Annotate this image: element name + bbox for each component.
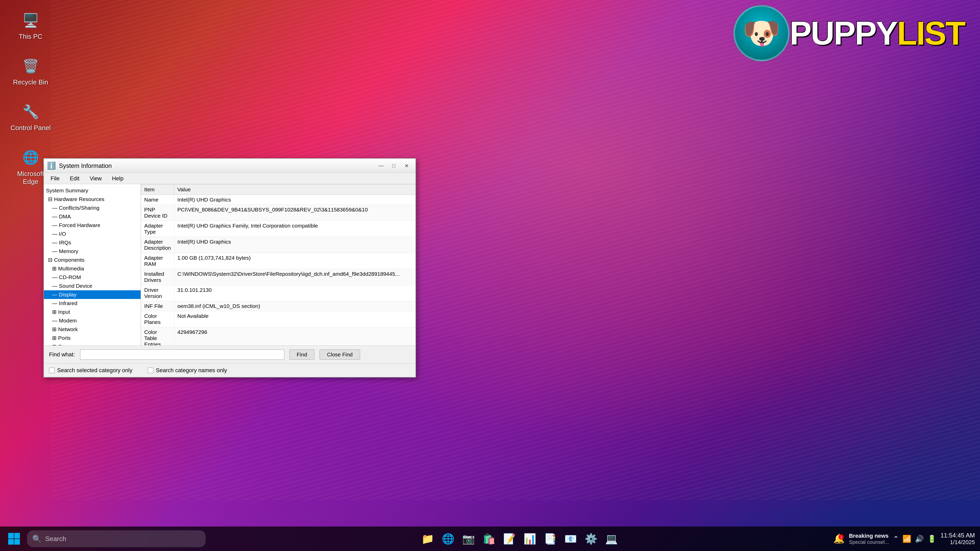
desktop-icon-recycle-bin[interactable]: 🗑️ Recycle Bin: [10, 56, 51, 86]
tree-item-hardware-resources[interactable]: ⊟ Hardware Resources: [44, 195, 141, 203]
table-cell-item: PNP Device ID: [141, 205, 174, 221]
left-panel[interactable]: System Summary⊟ Hardware Resources— Conf…: [44, 184, 141, 345]
microsoft-edge-icon: 🌐: [21, 148, 41, 168]
details-table: Item Value NameIntel(R) UHD GraphicsPNP …: [141, 184, 415, 345]
taskbar-icon-vscode[interactable]: 💻: [602, 530, 620, 548]
taskbar-icon-store[interactable]: 🛍️: [480, 530, 498, 548]
table-cell-value: oem38.inf (iCML_w10_DS section): [174, 301, 415, 311]
tree-item-irqs[interactable]: — IRQs: [44, 238, 141, 247]
table-row[interactable]: Installed DriversC:\WINDOWS\System32\Dri…: [141, 269, 416, 285]
table-cell-item: Name: [141, 195, 174, 205]
search-names-label[interactable]: Search category names only: [148, 367, 227, 374]
network-icon[interactable]: 📶: [902, 535, 912, 543]
close-find-button[interactable]: Close Find: [320, 349, 360, 360]
taskbar-icon-outlook[interactable]: 📧: [562, 530, 580, 548]
taskbar-clock[interactable]: 11:54:45 AM 1/14/2025: [940, 532, 975, 546]
search-names-checkbox[interactable]: [148, 368, 153, 373]
find-input[interactable]: [80, 349, 284, 360]
table-cell-item: Installed Drivers: [141, 269, 174, 285]
tree-item-sound-device[interactable]: — Sound Device: [44, 282, 141, 290]
menu-file[interactable]: File: [46, 174, 64, 183]
taskbar-icon-excel[interactable]: 📊: [520, 530, 539, 548]
table-row[interactable]: INF Fileoem38.inf (iCML_w10_DS section): [141, 301, 416, 311]
battery-icon[interactable]: 🔋: [928, 535, 936, 543]
table-row[interactable]: Adapter DescriptionIntel(R) UHD Graphics: [141, 237, 416, 253]
table-cell-item: Color Table Entries: [141, 327, 174, 346]
table-cell-value: Intel(R) UHD Graphics: [174, 195, 415, 205]
this-pc-icon: 🖥️: [21, 10, 41, 30]
table-cell-value: Intel(R) UHD Graphics: [174, 237, 415, 253]
taskbar-search[interactable]: 🔍 Search: [27, 530, 206, 547]
tree-item-input[interactable]: ⊞ Input: [44, 308, 141, 316]
tree-item-system-summary[interactable]: System Summary: [44, 186, 141, 195]
desktop-icon-this-pc[interactable]: 🖥️ This PC: [10, 10, 51, 41]
table-row[interactable]: NameIntel(R) UHD Graphics: [141, 195, 416, 205]
table-row[interactable]: PNP Device IDPCI\VEN_8086&DEV_9B41&SUBSY…: [141, 205, 416, 221]
table-cell-value: Intel(R) UHD Graphics Family, Intel Corp…: [174, 221, 415, 237]
taskbar-icon-file-explorer[interactable]: 📁: [418, 530, 437, 548]
tree-item-i/o[interactable]: — I/O: [44, 230, 141, 238]
tree-item-display[interactable]: — Display: [44, 290, 141, 299]
table-row[interactable]: Driver Version31.0.101.2130: [141, 285, 416, 301]
windows-logo-icon: [8, 532, 21, 545]
taskbar-icon-photos[interactable]: 📷: [460, 530, 478, 548]
this-pc-label: This PC: [19, 33, 42, 41]
tree-item-forced-hardware[interactable]: — Forced Hardware: [44, 221, 141, 230]
tree-item-network[interactable]: ⊞ Network: [44, 325, 141, 333]
tree-item-infrared[interactable]: — Infrared: [44, 299, 141, 308]
table-row[interactable]: Color PlanesNot Available: [141, 311, 416, 327]
taskbar: 🔍 Search 📁 🌐 📷 🛍️ 📝 📊 📑 📧 ⚙️ 💻 🔔 1 Brea: [0, 527, 980, 551]
taskbar-icon-word[interactable]: 📝: [500, 530, 519, 548]
search-selected-checkbox[interactable]: [49, 368, 55, 373]
control-panel-icon: 🔧: [21, 102, 41, 122]
menu-help[interactable]: Help: [107, 174, 128, 183]
menu-view[interactable]: View: [85, 174, 106, 183]
taskbar-icon-settings[interactable]: ⚙️: [582, 530, 600, 548]
table-row[interactable]: Adapter TypeIntel(R) UHD Graphics Family…: [141, 221, 416, 237]
window-controls: — □ ✕: [375, 161, 412, 170]
clock-date: 1/14/2025: [950, 539, 975, 546]
tree-item-memory[interactable]: — Memory: [44, 247, 141, 256]
taskbar-notification[interactable]: Breaking news Special counsel...: [849, 533, 889, 545]
taskbar-sys-icons: ⌃ 📶 🔊 🔋: [893, 535, 936, 543]
table-row[interactable]: Color Table Entries4294967296: [141, 327, 416, 346]
volume-icon[interactable]: 🔊: [915, 535, 924, 543]
system-info-window: ℹ️ System Information — □ ✕ File Edit Vi…: [43, 158, 416, 378]
window-titlebar: ℹ️ System Information — □ ✕: [44, 159, 415, 173]
table-cell-item: Adapter Description: [141, 237, 174, 253]
tree-item-modem[interactable]: — Modem: [44, 316, 141, 325]
tree-item-storage[interactable]: ⊞ Storage: [44, 342, 141, 345]
puppylist-brand: PUPPYLIST: [790, 14, 965, 52]
minimize-button[interactable]: —: [375, 161, 387, 170]
chevron-up-icon[interactable]: ⌃: [893, 535, 899, 543]
find-label: Find what:: [49, 351, 75, 358]
table-cell-value: 1.00 GB (1,073,741,824 bytes): [174, 253, 415, 269]
taskbar-icon-edge[interactable]: 🌐: [439, 530, 457, 548]
menu-edit[interactable]: Edit: [65, 174, 84, 183]
svg-rect-2: [8, 539, 14, 545]
search-selected-label[interactable]: Search selected category only: [49, 367, 132, 374]
tree-item-ports[interactable]: ⊞ Ports: [44, 333, 141, 342]
puppylist-logo: 🐶 PUPPYLIST: [733, 5, 965, 61]
notification-badge[interactable]: 🔔 1: [833, 534, 845, 544]
clock-time: 11:54:45 AM: [940, 532, 975, 539]
table-cell-value: Not Available: [174, 311, 415, 327]
table-row[interactable]: Adapter RAM1.00 GB (1,073,741,824 bytes): [141, 253, 416, 269]
find-button[interactable]: Find: [290, 349, 315, 360]
tree-item-conflicts/sharing[interactable]: — Conflicts/Sharing: [44, 203, 141, 212]
tree-item-cd-rom[interactable]: — CD-ROM: [44, 273, 141, 282]
maximize-button[interactable]: □: [388, 161, 400, 170]
taskbar-icon-powerpoint[interactable]: 📑: [541, 530, 559, 548]
recycle-bin-icon: 🗑️: [21, 56, 41, 76]
table-cell-value: 31.0.101.2130: [174, 285, 415, 301]
taskbar-center: 📁 🌐 📷 🛍️ 📝 📊 📑 📧 ⚙️ 💻: [206, 530, 833, 548]
start-button[interactable]: [5, 530, 23, 548]
search-selected-text: Search selected category only: [57, 367, 132, 374]
table-cell-item: Color Planes: [141, 311, 174, 327]
desktop-icon-control-panel[interactable]: 🔧 Control Panel: [10, 102, 51, 132]
tree-item-dma[interactable]: — DMA: [44, 212, 141, 221]
tree-item-multimedia[interactable]: ⊞ Multimedia: [44, 264, 141, 273]
close-button[interactable]: ✕: [401, 161, 412, 170]
taskbar-right: 🔔 1 Breaking news Special counsel... ⌃ 📶…: [833, 532, 975, 546]
tree-item-components[interactable]: ⊟ Components: [44, 256, 141, 264]
